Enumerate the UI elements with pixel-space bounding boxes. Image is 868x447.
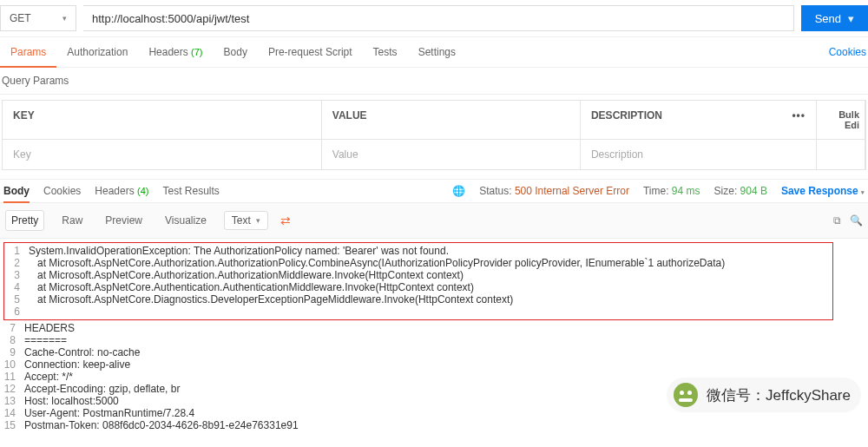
send-button[interactable]: Send ▾ <box>801 5 868 31</box>
col-value: VALUE <box>322 101 581 139</box>
tab-headers[interactable]: Headers (7) <box>138 37 213 67</box>
globe-icon[interactable]: 🌐 <box>452 185 465 197</box>
wrap-toggle-icon[interactable]: ⇄ <box>280 214 291 227</box>
tab-authorization[interactable]: Authorization <box>56 37 138 67</box>
tab-params[interactable]: Params <box>0 37 56 67</box>
desc-input[interactable]: Description <box>581 140 782 169</box>
chevron-down-icon: ▾ <box>848 12 854 25</box>
view-pretty[interactable]: Pretty <box>5 210 44 231</box>
status-text: Status: 500 Internal Server Error <box>479 185 629 197</box>
key-input[interactable]: Key <box>3 140 322 169</box>
view-visualize[interactable]: Visualize <box>160 211 212 230</box>
bulk-edit-link[interactable]: Bulk Edi <box>817 101 865 139</box>
view-preview[interactable]: Preview <box>100 211 148 230</box>
size-text: Size: 904 B <box>714 185 767 197</box>
view-raw[interactable]: Raw <box>56 211 88 230</box>
value-input[interactable]: Value <box>322 140 581 169</box>
col-key: KEY <box>3 101 322 139</box>
save-response-button[interactable]: Save Response ▾ <box>781 185 865 197</box>
tab-settings[interactable]: Settings <box>408 37 466 67</box>
col-desc: DESCRIPTION <box>581 101 781 139</box>
method-select[interactable]: GET ▾ <box>0 5 76 31</box>
resp-tab-body[interactable]: Body <box>3 185 30 197</box>
copy-icon[interactable]: ⧉ <box>833 214 841 227</box>
body-mode-select[interactable]: Text▾ <box>224 211 268 230</box>
query-params-title: Query Params <box>0 68 868 95</box>
tab-body[interactable]: Body <box>214 37 258 67</box>
query-params-table: KEY VALUE DESCRIPTION ••• Bulk Edi Key V… <box>2 100 866 170</box>
resp-tab-cookies[interactable]: Cookies <box>43 185 81 197</box>
watermark: 微信号：JeffckyShare <box>667 378 861 412</box>
time-text: Time: 94 ms <box>643 185 700 197</box>
url-input[interactable] <box>83 5 794 31</box>
resp-tab-test-results[interactable]: Test Results <box>163 185 220 197</box>
cookies-link[interactable]: Cookies <box>827 37 868 67</box>
tab-tests[interactable]: Tests <box>363 37 408 67</box>
row-actions[interactable]: ••• <box>781 101 817 139</box>
method-value: GET <box>10 12 31 24</box>
tab-prerequest[interactable]: Pre-request Script <box>258 37 363 67</box>
wechat-icon <box>674 383 698 407</box>
search-icon[interactable]: 🔍 <box>850 214 863 227</box>
error-highlight-box: 1System.InvalidOperationException: The A… <box>3 242 833 320</box>
resp-tab-headers[interactable]: Headers (4) <box>95 185 148 197</box>
chevron-down-icon: ▾ <box>62 14 67 23</box>
